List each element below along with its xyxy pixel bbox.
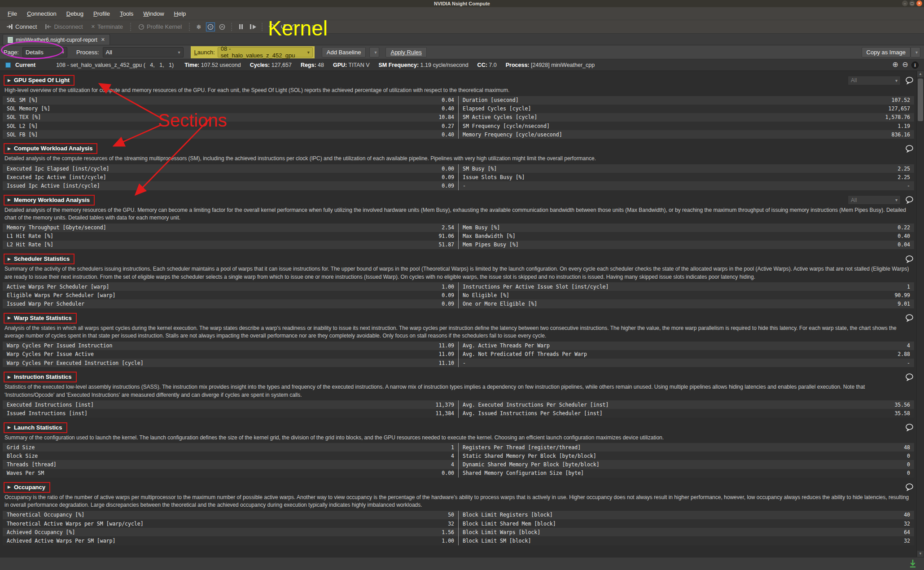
section-toggle[interactable]: ▶Occupancy (4, 482, 50, 493)
session-list-icon[interactable]: ≡ (309, 22, 318, 31)
metric-label: Block Limit Warps [block] (459, 529, 540, 535)
comment-bubble-icon[interactable] (904, 196, 914, 205)
section-header: ▶Occupancy (3, 482, 914, 493)
section-filter-dropdown[interactable]: All▾ (848, 195, 901, 205)
section-metrics-table: SOL SM [%]0.04SOL Memory [%]0.40SOL TEX … (3, 96, 914, 139)
step-in-icon[interactable]: ↶ (267, 22, 276, 31)
comment-bubble-icon[interactable] (904, 76, 914, 85)
table-row: Block Size4 (3, 452, 458, 460)
section-toggle[interactable]: ▶Instruction Statistics (4, 372, 77, 382)
step-out-icon[interactable]: ↷ (290, 22, 299, 31)
terminate-button[interactable]: ✕ Terminate (88, 22, 126, 31)
table-row: Block Limit Warps [block]64 (459, 528, 914, 536)
menu-help[interactable]: Help (170, 9, 190, 18)
comment-bubble-icon[interactable] (904, 373, 914, 381)
vertical-scrollbar[interactable]: ▲ ▼ (916, 71, 924, 557)
zoom-in-icon[interactable]: ⊕ (892, 61, 899, 69)
menu-connection[interactable]: Connection (23, 9, 61, 18)
toolbar-separator (304, 23, 305, 31)
section-header: ▶Scheduler Statistics (3, 253, 914, 265)
section-toggle[interactable]: ▶Memory Workload Analysis (4, 195, 95, 206)
metric-value: 32 (448, 521, 458, 527)
section-filter-value: All (851, 197, 857, 203)
section-gpu-speed-of-light: ▶GPU Speed Of LightAll▾High-level overvi… (3, 75, 914, 139)
scrollbar-down-icon[interactable]: ▼ (917, 551, 924, 557)
metric-label: Static Shared Memory Per Block [byte/blo… (459, 453, 596, 459)
metric-label: Warp Cycles Per Executed Instruction [cy… (3, 360, 144, 366)
menu-file[interactable]: File (4, 9, 21, 18)
menu-window[interactable]: Window (139, 9, 168, 18)
section-header: ▶Compute Workload Analysis (3, 143, 914, 154)
table-row: Issued Instructions [inst]11,384 (3, 409, 458, 417)
zoom-out-icon[interactable]: ⊖ (902, 61, 909, 69)
metric-label: Grid Size (3, 444, 35, 451)
metric-value: 64 (904, 529, 914, 535)
add-baseline-button[interactable]: Add Baseline (322, 47, 366, 57)
info-icon[interactable]: i (911, 61, 919, 69)
section-metrics-table: Theoretical Occupancy [%]50Theoretical A… (3, 511, 914, 545)
minimize-button[interactable]: – (902, 0, 908, 6)
menu-tools[interactable]: Tools (116, 9, 137, 18)
freeze-api-icon[interactable]: ❄ (194, 22, 203, 31)
section-compute-workload-analysis: ▶Compute Workload AnalysisDetailed analy… (3, 143, 914, 190)
resume-icon[interactable] (248, 22, 257, 31)
metric-label: Waves Per SM (3, 470, 44, 476)
metric-label: SOL Memory [%] (3, 105, 50, 112)
section-toggle[interactable]: ▶Scheduler Statistics (4, 254, 74, 264)
pause-icon[interactable] (236, 22, 245, 31)
connect-button[interactable]: Connect (4, 22, 39, 31)
scrollbar-thumb[interactable] (918, 79, 923, 121)
section-toggle[interactable]: ▶Launch Statistics (4, 422, 67, 433)
metric-label: Shared Memory Configuration Size [byte] (459, 470, 584, 476)
comment-bubble-icon[interactable] (904, 144, 914, 153)
scrollbar-up-icon[interactable]: ▲ (917, 71, 924, 77)
metric-label: Issued Instructions [inst] (3, 410, 88, 417)
metric-value: 836.16 (891, 132, 914, 138)
report-tab[interactable]: miniWeather6.nsight-cuprof-report ✕ (3, 34, 110, 45)
table-row: Issued Warp Per Scheduler0.09 (3, 299, 458, 308)
process-label: Process: (76, 49, 99, 56)
capture-hand-icon: ? (207, 24, 214, 30)
add-baseline-dropdown-arrow[interactable]: ▾ (369, 47, 379, 57)
api-stream-capture-icon[interactable]: ? (206, 22, 215, 31)
comment-bubble-icon[interactable] (904, 314, 914, 323)
menu-debug[interactable]: Debug (62, 9, 88, 18)
statusbar (0, 557, 924, 570)
comment-bubble-icon[interactable] (904, 423, 914, 432)
table-row: L2 Hit Rate [%]51.87 (3, 241, 458, 249)
page-dropdown[interactable]: Details ▾ (22, 47, 67, 57)
right-metrics-column: Instructions Per Active Issue Slot [inst… (459, 282, 914, 308)
metric-value: 0.40 (442, 105, 458, 112)
table-row: Theoretical Occupancy [%]50 (3, 511, 458, 519)
comment-bubble-icon[interactable] (904, 483, 914, 492)
copy-as-image-dropdown-arrow[interactable]: ▾ (911, 47, 920, 57)
metric-label: Block Limit Registers [block] (459, 512, 553, 518)
comment-bubble-icon[interactable] (904, 254, 914, 263)
menu-profile[interactable]: Profile (89, 9, 114, 18)
metric-value: 11.09 (438, 342, 458, 349)
profile-kernel-button[interactable]: Profile Kernel (136, 22, 184, 31)
section-header-controls: All▾ (848, 195, 914, 205)
process-dropdown[interactable]: All ▾ (103, 47, 184, 57)
profile-series-icon[interactable] (218, 22, 227, 31)
download-update-icon[interactable] (909, 559, 917, 570)
maximize-button[interactable]: ▢ (909, 0, 915, 6)
metric-label: Avg. Not Predicated Off Threads Per Warp (459, 351, 587, 357)
copy-as-image-button[interactable]: Copy as Image (862, 47, 911, 57)
metric-value: 1.56 (442, 529, 458, 535)
section-launch-statistics: ▶Launch StatisticsSummary of the configu… (3, 422, 914, 478)
section-memory-workload-analysis: ▶Memory Workload AnalysisAll▾Detailed an… (3, 194, 914, 250)
section-toggle[interactable]: ▶Compute Workload Analysis (4, 143, 97, 154)
window-title: NVIDIA Nsight Compute (434, 0, 490, 7)
expand-triangle-icon: ▶ (8, 375, 11, 379)
section-toggle[interactable]: ▶GPU Speed Of Light (4, 75, 74, 86)
section-filter-dropdown[interactable]: All▾ (848, 76, 901, 85)
section-toggle[interactable]: ▶Warp State Statistics (4, 313, 77, 324)
disconnect-button[interactable]: Disconnect (42, 22, 85, 31)
tab-close-icon[interactable]: ✕ (101, 37, 105, 43)
apply-rules-button[interactable]: Apply Rules (385, 47, 426, 57)
step-over-icon[interactable]: ↺ (279, 22, 288, 31)
launch-dropdown[interactable]: 08 - set_halo_values_z_452_gpu ▾ (218, 47, 313, 57)
metric-label: Threads [thread] (3, 461, 57, 468)
close-button[interactable]: ✕ (916, 0, 922, 6)
